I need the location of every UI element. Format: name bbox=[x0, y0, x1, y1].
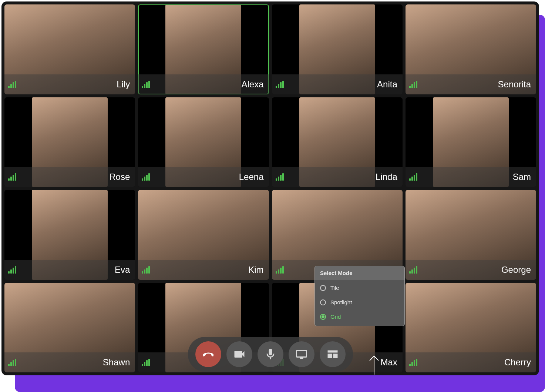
participant-name-bar: George bbox=[406, 260, 536, 280]
signal-strength-icon bbox=[8, 81, 16, 88]
participant-name: Kim bbox=[248, 265, 263, 275]
signal-strength-icon bbox=[142, 266, 150, 274]
participants-grid: LilyAlexaAnitaSenoritaRoseLeenaLindaSamE… bbox=[4, 4, 536, 372]
signal-strength-icon bbox=[409, 173, 417, 181]
participant-name: Alexa bbox=[241, 79, 263, 90]
participant-name-bar: Anita bbox=[272, 74, 403, 94]
call-controls bbox=[188, 337, 353, 372]
signal-strength-icon bbox=[142, 81, 150, 88]
radio-icon bbox=[320, 299, 326, 305]
hangup-button[interactable] bbox=[195, 341, 221, 367]
participant-name: Eva bbox=[115, 265, 130, 275]
participant-name-bar: Shawn bbox=[4, 352, 135, 372]
mic-toggle-button[interactable] bbox=[258, 341, 283, 367]
layout-option[interactable]: Grid bbox=[320, 314, 399, 320]
video-call-window: LilyAlexaAnitaSenoritaRoseLeenaLindaSamE… bbox=[1, 1, 539, 375]
participant-name-bar: Rose bbox=[4, 167, 135, 187]
participant-tile[interactable]: Eva bbox=[4, 190, 135, 280]
participant-tile[interactable]: Rose bbox=[4, 97, 135, 187]
participant-name: Lily bbox=[117, 79, 130, 90]
layout-option-label: Tile bbox=[330, 285, 339, 291]
signal-strength-icon bbox=[276, 266, 284, 274]
participant-tile[interactable]: George bbox=[406, 190, 536, 280]
signal-strength-icon bbox=[142, 359, 150, 366]
participant-tile[interactable]: Anita bbox=[272, 4, 403, 94]
hangup-icon bbox=[202, 348, 215, 361]
signal-strength-icon bbox=[409, 266, 417, 274]
screenshare-icon bbox=[295, 348, 308, 361]
participant-name: Shawn bbox=[103, 357, 130, 368]
layout-option-label: Grid bbox=[330, 314, 341, 320]
participant-name: Linda bbox=[376, 172, 397, 182]
participant-tile[interactable]: Kim bbox=[138, 190, 269, 280]
participant-tile[interactable]: Lily bbox=[4, 4, 135, 94]
camera-icon bbox=[233, 348, 246, 361]
participant-tile[interactable]: Shawn bbox=[4, 283, 135, 373]
signal-strength-icon bbox=[409, 81, 417, 88]
participant-name: Max bbox=[380, 357, 397, 368]
participant-tile[interactable]: Sam bbox=[406, 97, 536, 187]
participant-tile[interactable]: Leena bbox=[138, 97, 269, 187]
signal-strength-icon bbox=[8, 266, 16, 274]
radio-icon bbox=[320, 285, 326, 291]
participant-name-bar: Alexa bbox=[138, 74, 269, 94]
camera-toggle-button[interactable] bbox=[226, 341, 252, 367]
signal-strength-icon bbox=[8, 359, 16, 366]
signal-strength-icon bbox=[142, 173, 150, 181]
participant-name-bar: Leena bbox=[138, 167, 269, 187]
participant-name: Senorita bbox=[498, 79, 531, 90]
participant-name-bar: Sam bbox=[406, 167, 536, 187]
signal-strength-icon bbox=[276, 81, 284, 88]
participant-name-bar: Kim bbox=[138, 260, 269, 280]
radio-icon bbox=[320, 314, 326, 320]
participant-name-bar: Lily bbox=[4, 74, 135, 94]
participant-tile[interactable]: Senorita bbox=[406, 4, 536, 94]
layout-option[interactable]: Spotlight bbox=[320, 299, 399, 305]
participant-tile[interactable]: Alexa bbox=[138, 4, 269, 94]
participant-name-bar: Cherry bbox=[406, 352, 536, 372]
layout-mode-popover: Select Mode TileSpotlightGrid bbox=[314, 266, 405, 326]
participant-name: George bbox=[501, 265, 531, 275]
participant-tile[interactable]: Linda bbox=[272, 97, 403, 187]
layout-mode-button[interactable] bbox=[320, 341, 346, 367]
participant-name: Sam bbox=[513, 172, 531, 182]
participant-name: Anita bbox=[377, 79, 397, 90]
participant-name: Leena bbox=[239, 172, 264, 182]
layout-icon bbox=[326, 348, 339, 361]
layout-option[interactable]: Tile bbox=[320, 285, 399, 291]
signal-strength-icon bbox=[276, 173, 284, 181]
participant-name-bar: Senorita bbox=[406, 74, 536, 94]
participant-name-bar: Eva bbox=[4, 260, 135, 280]
signal-strength-icon bbox=[8, 173, 16, 181]
participant-name: Rose bbox=[109, 172, 130, 182]
screenshare-button[interactable] bbox=[289, 341, 314, 367]
mic-icon bbox=[264, 348, 277, 361]
popover-options: TileSpotlightGrid bbox=[315, 280, 404, 326]
pointer-arrow bbox=[366, 354, 382, 377]
participant-name-bar: Linda bbox=[272, 167, 403, 187]
signal-strength-icon bbox=[409, 359, 417, 366]
participant-name: Cherry bbox=[504, 357, 531, 368]
layout-option-label: Spotlight bbox=[330, 299, 352, 305]
participant-tile[interactable]: Cherry bbox=[406, 283, 536, 373]
popover-title: Select Mode bbox=[315, 266, 404, 280]
